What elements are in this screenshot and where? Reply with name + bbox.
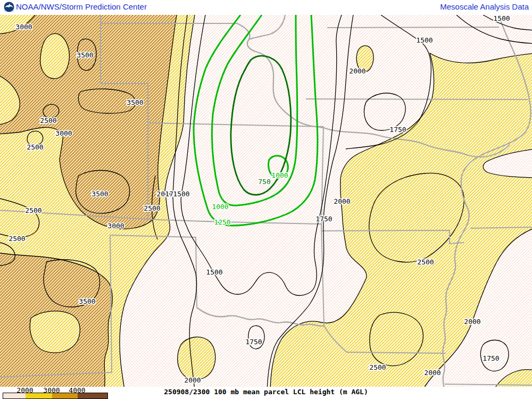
contour-label-1500: 1500: [416, 36, 433, 44]
legend-tick-3000: 3000: [43, 386, 60, 394]
fill-yellow-pocket-sw: [30, 311, 80, 353]
contour-label-2000: 2000: [184, 376, 201, 384]
contour-label-2000: 2000: [349, 67, 365, 75]
legend-tick-4000: 4000: [69, 386, 85, 394]
contour-label-1500: 1500: [206, 268, 222, 276]
site-title-link[interactable]: NOAA/NWS/Storm Prediction Center: [16, 2, 147, 11]
contour-label-3000: 3000: [15, 23, 32, 31]
contour-label-2500: 2500: [369, 363, 386, 371]
contour-label-2000: 2000: [334, 197, 350, 205]
contour-label-1750: 1750: [245, 338, 262, 346]
mesoanalysis-map: 3000350035002500300025003500250030002500…: [0, 15, 532, 387]
fill-yellow-oval-south: [178, 337, 215, 380]
footer-bar: 250908/2300 100 mb mean parcel LCL heigh…: [0, 387, 532, 399]
contour-label-1250: 1250: [214, 218, 230, 226]
contour-label-1750: 1750: [483, 354, 499, 362]
contour-label-2500: 2500: [40, 117, 56, 124]
contour-label-2500: 2500: [144, 204, 160, 212]
contour-label-1500: 1500: [173, 190, 189, 198]
contour-label-1750: 1750: [389, 126, 406, 134]
contour-label-3000: 3000: [107, 222, 124, 230]
contour-label-3500: 3500: [77, 51, 93, 59]
contour-label-1000: 1000: [271, 171, 288, 179]
contour-label-750: 750: [258, 178, 270, 186]
contour-label-3000: 3000: [55, 129, 72, 137]
contour-label-3500: 3500: [92, 190, 108, 198]
header-bar: NOAA/NWS/Storm Prediction Center Mesosca…: [0, 0, 532, 15]
contour-label-1500: 1500: [493, 15, 510, 22]
fill-yellow-pocket-nw: [40, 34, 70, 79]
contour-label-2000: 2000: [424, 369, 440, 377]
mesoanalysis-link[interactable]: Mesoscale Analysis Data: [440, 2, 529, 11]
contour-label-2500: 2500: [417, 258, 434, 266]
contour-label-2500: 2500: [25, 206, 41, 214]
contour-label-2500: 2500: [9, 235, 25, 243]
contour-label-1750: 1750: [315, 215, 332, 223]
noaa-logo-icon: [4, 2, 14, 12]
contour-label-2000: 2000: [464, 318, 480, 326]
contour-map-svg: 3000350035002500300025003500250030002500…: [0, 15, 532, 387]
contour-label-1000: 1000: [212, 203, 228, 211]
border-ia-mo: [306, 99, 528, 99]
contour-label-3500: 3500: [127, 98, 143, 106]
contour-label-3500: 3500: [79, 297, 95, 305]
contour-label-2500: 2500: [27, 143, 43, 151]
legend-tick-2000: 2000: [16, 386, 33, 394]
